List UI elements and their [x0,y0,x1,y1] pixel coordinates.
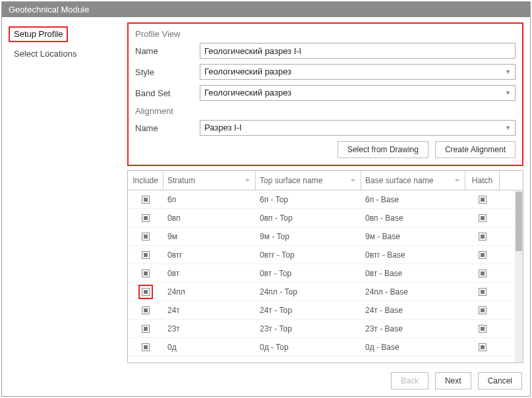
select-from-drawing-button[interactable]: Select from Drawing [338,141,429,158]
wizard-footer: Back Next Cancel [2,366,530,396]
scroll-header [500,171,509,190]
chevron-down-icon: ▼ [505,86,511,100]
cell-base: 6п - Base [361,195,465,204]
cell-stratum: 24пл [163,287,256,297]
cell-base: 0вт - Base [361,269,465,278]
table-row[interactable]: 9м9м - Top9м - Base [128,227,523,246]
cell-top: 24т - Top [256,306,361,315]
include-checkbox[interactable] [142,251,150,259]
cell-base: 24пл - Base [361,287,465,297]
cell-base: 0вп - Base [361,213,465,223]
cell-stratum: 0д [163,343,256,352]
cell-top: 0д - Top [256,343,361,352]
cell-top: 23т - Top [256,324,361,333]
row-pv-bandset: Band Set Геологический разрез ▼ [135,85,516,101]
cell-top: 9м - Top [256,232,361,241]
include-checkbox[interactable] [142,233,150,241]
scrollbar[interactable] [515,190,523,362]
cell-top: 24пл - Top [256,287,361,297]
hatch-checkbox[interactable] [479,325,487,333]
hatch-checkbox[interactable] [479,214,487,222]
profile-view-heading: Profile View [135,29,516,39]
row-pv-name: Name [135,43,516,59]
create-alignment-button[interactable]: Create Alignment [435,141,516,158]
table-row[interactable]: 6п6п - Top6п - Base [128,190,523,209]
sidebar-item-setup-profile[interactable]: Setup Profile [9,26,68,42]
pv-bandset-label: Band Set [135,88,194,98]
include-checkbox[interactable] [142,196,150,204]
cell-top: 0вп - Top [256,213,361,223]
hatch-checkbox[interactable] [479,270,487,277]
table-row[interactable]: 24т24т - Top24т - Base [128,301,523,320]
include-checkbox[interactable] [142,306,150,314]
scrollbar-thumb[interactable] [516,192,522,251]
include-checkbox[interactable] [142,214,150,222]
al-name-label: Name [135,123,194,133]
col-header-top[interactable]: Top surface name⏷ [256,171,361,190]
cell-top: 0вт - Top [256,269,361,278]
back-button: Back [391,372,429,389]
include-checkbox[interactable] [142,288,150,296]
pv-bandset-dropdown[interactable]: Геологический разрез ▼ [200,85,516,101]
al-name-dropdown[interactable]: Разрез I-I ▼ [200,120,516,136]
include-checkbox[interactable] [142,325,150,333]
cell-base: 9м - Base [361,232,465,241]
col-header-include[interactable]: Include [128,171,163,190]
cell-base: 23т - Base [361,324,465,333]
pv-style-label: Style [135,67,194,77]
table-row[interactable]: 23т23т - Top23т - Base [128,320,523,338]
table-row[interactable]: 0вт0вт - Top0вт - Base [128,264,523,283]
body: Setup Profile Select Locations Profile V… [2,17,530,366]
table-row[interactable]: 0втг0втг - Top0втг - Base [128,246,523,264]
hatch-checkbox[interactable] [479,343,487,351]
cell-stratum: 9м [163,232,256,241]
chevron-down-icon: ▼ [505,121,511,135]
table-body: 6п6п - Top6п - Base0вп0вп - Top0вп - Bas… [128,190,523,362]
cell-base: 0д - Base [361,343,465,352]
hatch-checkbox[interactable] [479,251,487,259]
col-header-hatch[interactable]: Hatch [465,171,500,190]
hatch-checkbox[interactable] [479,196,487,204]
table-row[interactable]: 0вп0вп - Top0вп - Base [128,209,523,227]
pv-style-dropdown[interactable]: Геологический разрез ▼ [200,64,516,80]
pv-name-input[interactable] [204,46,511,56]
filter-icon[interactable]: ⏷ [350,177,357,184]
pv-name-input-wrap [200,43,516,59]
col-header-base[interactable]: Base surface name⏷ [361,171,465,190]
cell-base: 0втг - Base [361,250,465,260]
cell-stratum: 0вп [163,213,256,223]
include-checkbox[interactable] [142,270,150,277]
row-pv-style: Style Геологический разрез ▼ [135,64,516,80]
filter-icon[interactable]: ⏷ [454,177,461,184]
alignment-buttons: Select from Drawing Create Alignment [135,141,516,158]
cancel-button[interactable]: Cancel [478,372,522,389]
cell-stratum: 24т [163,306,256,315]
cell-base: 24т - Base [361,306,465,315]
pv-style-value: Геологический разрез [204,65,291,79]
hatch-checkbox[interactable] [479,288,487,296]
cell-top: 0втг - Top [256,250,361,260]
cell-stratum: 0вт [163,269,256,278]
chevron-down-icon: ▼ [505,65,511,79]
table-row[interactable]: 24пл24пл - Top24пл - Base [128,283,523,301]
window-title: Geotechnical Module [2,2,530,17]
alignment-heading: Alignment [135,106,516,116]
sidebar-item-select-locations[interactable]: Select Locations [9,47,121,60]
next-button[interactable]: Next [435,372,471,389]
profile-form: Profile View Name Style Геологический ра… [127,22,523,166]
window: Geotechnical Module Setup Profile Select… [1,1,531,397]
include-checkbox[interactable] [142,343,150,351]
table-header-row: Include Stratum⏷ Top surface name⏷ Base … [128,171,523,190]
hatch-checkbox[interactable] [479,306,487,314]
stratum-table: Include Stratum⏷ Top surface name⏷ Base … [127,170,523,363]
cell-stratum: 6п [163,195,256,204]
pv-bandset-value: Геологический разрез [204,86,291,100]
main: Profile View Name Style Геологический ра… [127,22,523,363]
hatch-checkbox[interactable] [479,233,487,241]
sidebar: Setup Profile Select Locations [9,22,121,363]
cell-stratum: 23т [163,324,256,333]
filter-icon[interactable]: ⏷ [245,177,251,184]
col-header-stratum[interactable]: Stratum⏷ [163,171,256,190]
al-name-value: Разрез I-I [204,121,242,135]
table-row[interactable]: 0д0д - Top0д - Base [128,338,523,356]
